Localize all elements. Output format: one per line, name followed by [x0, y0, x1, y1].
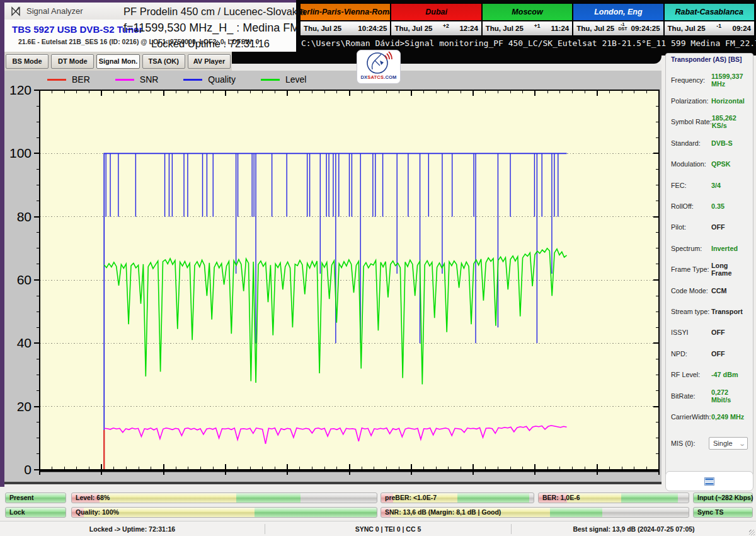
param-label: CarrierWidth:	[671, 413, 711, 421]
sidebar-row-symbol-rate-: Symbol Rate:185,262 KS/s	[666, 112, 753, 132]
tab-signal-mon-[interactable]: Signal Mon.	[96, 54, 139, 69]
param-value: OFF	[711, 329, 748, 336]
sidebar-row-frequency-: Frequency:11599,337 MHz	[666, 69, 753, 90]
svg-text:100: 100	[9, 146, 32, 160]
clock-time-3: Thu, Jul 25+111:24	[483, 21, 572, 35]
svg-text:120: 120	[9, 83, 32, 97]
mis-value: Single	[713, 440, 733, 447]
param-value: Horizontal	[711, 97, 748, 105]
satellite-dish-icon	[365, 50, 392, 76]
legend-item-ber: BER	[47, 74, 90, 84]
param-value: Inverted	[711, 245, 748, 252]
signal-chart-panel: BERSNRQualityLevel 020406080100120	[4, 71, 662, 484]
console-command: C:\Users\Roman Dávid>Signal monitoring_P…	[301, 38, 755, 48]
signal-analyzer-icon	[11, 6, 21, 16]
param-value: 11599,337 MHz	[711, 73, 748, 88]
param-label: BitRate:	[671, 392, 695, 400]
mis-dropdown[interactable]: Single ⌄	[709, 437, 748, 450]
mis-row: MIS (0): Single ⌄	[666, 433, 753, 454]
tab-av-player[interactable]: AV Player	[188, 54, 231, 69]
param-value: Long Frame	[711, 262, 748, 277]
sidebar-row-frame-type-: Frame Type:Long Frame	[666, 259, 753, 280]
status-sync: SYNC 0 | TEI 0 | CC 5	[265, 524, 512, 534]
status-uptime: Locked -> Uptime: 72:31:16	[0, 525, 265, 533]
world-clocks: Berlin-Paris-Vienna-RomaDubaiMoscowLondo…	[300, 3, 755, 37]
clock-city-1: Berlin-Paris-Vienna-Roma	[301, 4, 390, 20]
legend-label: BER	[72, 74, 90, 84]
window-border-left	[0, 0, 4, 487]
tab-tsa-ok-[interactable]: TSA (OK)	[142, 54, 185, 69]
param-label: ISSYI	[671, 329, 689, 336]
param-label: Frame Type:	[671, 265, 709, 273]
legend-item-snr: SNR	[115, 74, 159, 84]
param-value: CCM	[711, 287, 748, 294]
resize-grip[interactable]	[749, 530, 755, 535]
bar-sync-ts: Sync TS	[693, 507, 753, 518]
sidebar-row-rf-level-: RF Level:-47 dBm	[666, 364, 753, 385]
svg-text:20: 20	[17, 399, 32, 414]
param-value: 0.35	[711, 202, 748, 210]
param-value: QPSK	[711, 160, 748, 168]
clock-city-4: London, Eng	[573, 4, 663, 20]
transponder-sidebar: Transponder (AS) [BS] Frequency:11599,33…	[665, 53, 753, 477]
svg-text:60: 60	[17, 272, 32, 287]
param-value: 0,249 MHz	[711, 413, 748, 421]
param-value: OFF	[711, 350, 748, 358]
chevron-down-icon: ⌄	[738, 440, 746, 447]
stream-list-icon	[704, 477, 714, 486]
chart-legend: BERSNRQualityLevel	[47, 74, 331, 84]
status-best-signal: Best signal: 13,9 dB (2024-07-25 07:05)	[512, 525, 756, 533]
tab-dt-mode[interactable]: DT Mode	[51, 54, 94, 69]
stream-list-button[interactable]	[665, 471, 753, 491]
param-label: Stream type:	[671, 308, 709, 315]
sidebar-row-code-mode-: Code Mode:CCM	[666, 280, 753, 301]
param-label: Modulation:	[671, 160, 706, 168]
param-value: OFF	[711, 223, 748, 231]
param-value: Transport	[711, 308, 748, 315]
param-value: 0,272 Mbit/s	[711, 388, 748, 404]
sidebar-row-modulation-: Modulation:QPSK	[666, 154, 753, 175]
bar-preber-1-0e-7: preBER: <1.0E-7	[381, 492, 534, 503]
bar-quality-100: Quality: 100%	[71, 507, 377, 518]
sidebar-row-spectrum-: Spectrum:Inverted	[666, 238, 753, 259]
sidebar-row-polarization-: Polarization:Horizontal	[666, 90, 753, 111]
param-label: Symbol Rate:	[671, 118, 712, 125]
legend-item-quality: Quality	[183, 74, 236, 84]
sidebar-rows: Frequency:11599,337 MHzPolarization:Hori…	[666, 69, 753, 428]
clock-city-3: Moscow	[483, 4, 572, 20]
legend-label: Quality	[208, 74, 236, 84]
bar-input-282-kbps: Input (~282 Kbps)	[693, 492, 753, 503]
frequency-label: f=11599,530 MHz_H_ : Medina FM	[123, 20, 297, 37]
legend-line	[183, 79, 202, 81]
sidebar-row-fec-: FEC:3/4	[666, 175, 753, 195]
signal-chart: 020406080100120	[4, 71, 662, 482]
bar-ber-1-0e-6: BER: 1,0E-6	[538, 492, 689, 503]
legend-line	[47, 79, 66, 81]
clock-city-5: Rabat-Casablanca	[665, 4, 754, 20]
console-panel-extension	[232, 52, 662, 64]
sidebar-row-npd-: NPD:OFF	[666, 343, 753, 364]
param-label: Standard:	[671, 139, 701, 147]
sidebar-row-issyi: ISSYIOFF	[666, 322, 753, 343]
tab-bs-mode[interactable]: BS Mode	[6, 54, 49, 69]
bar-lock: Lock	[5, 507, 66, 518]
mis-label: MIS (0):	[671, 440, 695, 447]
sidebar-row-bitrate-: BitRate:0,272 Mbit/s	[666, 385, 753, 406]
legend-label: SNR	[140, 74, 159, 84]
clock-city-2: Dubai	[391, 4, 481, 20]
sidebar-title: Transponder (AS) [BS]	[671, 55, 753, 63]
legend-label: Level	[285, 74, 306, 84]
bar-present: Present	[5, 492, 66, 503]
param-label: Spectrum:	[671, 245, 702, 252]
param-value: -47 dBm	[711, 371, 748, 378]
bar-snr-13-6-db-margin-8-1-db-good: SNR: 13,6 dB (Margin: 8,1 dB | Good)	[381, 507, 689, 518]
param-value: 3/4	[711, 182, 748, 189]
dxsatcs-logo: DXSATCS.COM	[357, 50, 401, 84]
svg-text:0: 0	[24, 462, 32, 477]
param-label: RollOff:	[671, 202, 694, 210]
sidebar-row-stream-type-: Stream type:Transport	[666, 301, 753, 322]
bottom-status-bar: Locked -> Uptime: 72:31:16 SYNC 0 | TEI …	[0, 521, 756, 536]
param-label: Pilot:	[671, 223, 686, 231]
window-title: Signal Analyzer	[26, 6, 83, 16]
sidebar-row-standard-: Standard:DVB-S	[666, 132, 753, 153]
